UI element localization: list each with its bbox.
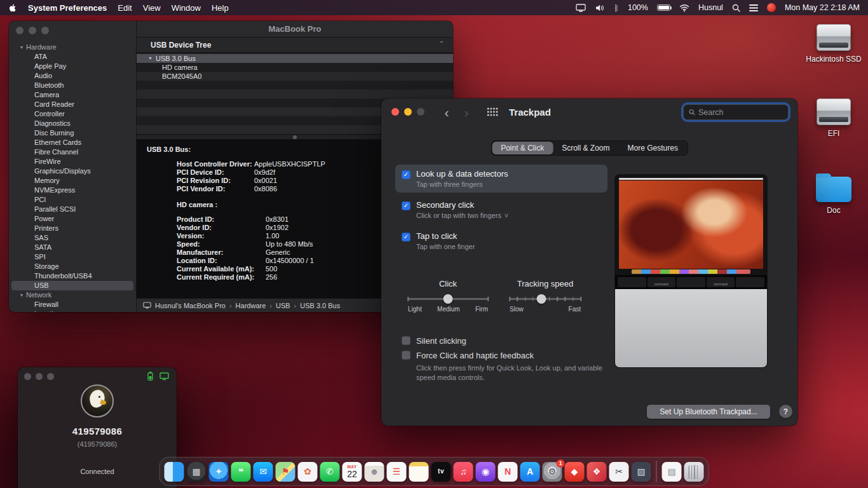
tree-row[interactable] [137,81,453,90]
tab-more-gestures[interactable]: More Gestures [619,142,687,154]
checkbox-silent-clicking[interactable]: Silent clicking [402,336,618,346]
user-menu-label[interactable]: Husnul [698,3,723,12]
slider-track[interactable] [408,294,488,304]
tab-point-and-click[interactable]: Point & Click [492,142,553,154]
app-menu-title[interactable]: System Preferences [28,3,107,13]
dock-contacts[interactable]: ☻ [365,462,384,482]
dock-podcasts[interactable]: ◉ [476,462,496,482]
dock-photos[interactable]: ✿ [298,462,318,482]
chevron-down-icon[interactable]: ˅ [505,212,508,219]
breadcrumb-segment[interactable]: ›USB 3.0 Bus [294,302,341,309]
sidebar-item[interactable]: Camera [9,90,136,100]
sidebar-item[interactable]: FireWire [9,157,136,166]
checkbox[interactable]: ✓ [402,201,410,210]
sidebar-item[interactable]: PCI [9,195,136,205]
battery-icon[interactable] [657,4,670,11]
forward-button[interactable]: › [462,105,471,119]
sidebar-item[interactable]: Ethernet Cards [9,138,136,147]
checkbox-force-click[interactable]: Force Click and haptic feedback Click th… [402,351,618,383]
search-field[interactable] [683,104,789,120]
close-button[interactable] [24,373,31,380]
sidebar-item[interactable]: Power [9,214,136,224]
dock-mail[interactable]: ✉ [254,462,273,482]
breadcrumb-segment[interactable]: ›Hardware [229,302,266,309]
back-button[interactable]: ‹ [442,105,451,119]
sidebar-item[interactable]: Graphics/Displays [9,166,136,176]
apple-menu[interactable] [8,3,17,13]
clock-label[interactable]: Mon May 22 2:18 AM [785,3,860,12]
bluetooth-menu-icon[interactable]: ᛒ [614,4,619,12]
zoom-button[interactable] [47,373,54,380]
spotlight-search-icon[interactable] [732,4,740,12]
dock-maps[interactable]: ⚑ [276,462,295,482]
menu-bar-item[interactable]: View [143,3,161,13]
tree-row-hd-camera[interactable]: HD camera [137,63,453,72]
sidebar-item[interactable]: Audio [9,71,136,81]
sidebar-item-usb[interactable]: USB [11,281,133,290]
sidebar-item[interactable]: SPI [9,252,136,262]
sidebar-item[interactable]: Storage [9,262,136,271]
menu-extras-icon[interactable] [749,4,758,11]
dock-trash[interactable] [684,462,704,482]
volume-menu-icon[interactable] [595,4,605,12]
sidebar-item[interactable]: Apple Pay [9,62,136,71]
desktop-icon-doc[interactable]: Doc [803,173,864,215]
checkbox[interactable] [402,336,410,345]
checkbox[interactable]: ✓ [402,233,410,241]
dock-facetime[interactable]: ✆ [320,462,340,482]
dock-messages[interactable]: ❝ [231,462,251,482]
slider-thumb[interactable] [444,294,453,304]
option-secondary-click[interactable]: ✓ Secondary click Click or tap with two … [395,196,607,224]
show-all-grid-icon[interactable] [487,107,498,116]
search-input[interactable] [698,108,783,117]
sidebar-item[interactable]: Controller [9,109,136,119]
sidebar-item[interactable]: ATA [9,52,136,62]
zoom-button[interactable] [41,27,49,34]
desktop-icon-efi[interactable]: EFI [803,98,864,139]
menu-bar-item[interactable]: Help [212,3,229,13]
close-button[interactable] [16,27,24,34]
sidebar-item[interactable]: Printers [9,224,136,233]
dock-utility[interactable]: ▨ [632,462,651,482]
sidebar-item[interactable]: Parallel SCSI [9,205,136,214]
close-button[interactable] [391,108,399,116]
option-look-up-data-detectors[interactable]: ✓ Look up & data detectors Tap with thre… [395,165,607,193]
slider-thumb[interactable] [537,294,546,304]
dock-safari[interactable]: ✦ [209,462,229,482]
disclosure-triangle-icon[interactable]: ▼ [148,54,153,63]
sidebar-section-network[interactable]: ▾ Network [9,290,136,300]
setup-bluetooth-trackpad-button[interactable]: Set Up Bluetooth Trackpad... [647,405,770,419]
sidebar-item[interactable]: Fibre Channel [9,147,136,157]
sidebar-item[interactable]: Memory [9,176,136,186]
dock-app-red[interactable]: ◆ [565,462,585,482]
dock-calendar[interactable]: MAY22 [342,462,362,482]
tree-row-usb-3-bus[interactable]: ▼ USB 3.0 Bus [137,54,453,63]
sidebar-item[interactable]: Bluetooth [9,81,136,90]
wifi-menu-icon[interactable] [679,4,689,12]
sidebar-section-hardware[interactable]: ▾ Hardware [9,43,136,52]
option-tap-to-click[interactable]: ✓ Tap to click Tap with one finger [395,227,607,255]
sidebar-item[interactable]: SATA [9,243,136,252]
dock-app-store[interactable]: A [520,462,540,482]
dock-tv[interactable]: tv [431,462,451,482]
breadcrumb-segment[interactable]: Husnul's MacBook Pro [155,302,226,309]
sidebar-item[interactable]: Card Reader [9,100,136,109]
tab-scroll-and-zoom[interactable]: Scroll & Zoom [553,142,618,154]
sidebar-item[interactable]: Disc Burning [9,128,136,138]
sidebar-item[interactable]: SAS [9,233,136,243]
dock-finder[interactable] [165,462,184,482]
sidebar-item[interactable]: NVMExpress [9,186,136,195]
desktop-icon-hackintosh-ssd[interactable]: Hackintosh SSD [803,24,864,64]
dock-news[interactable]: N [498,462,518,482]
tree-row[interactable] [137,90,453,98]
minimize-button[interactable] [29,27,36,34]
sidebar-item[interactable]: Locations [9,309,136,312]
anydesk-menu-icon[interactable] [767,3,776,12]
menu-bar-item[interactable]: Edit [118,3,132,13]
collapse-chevron-icon[interactable]: ˆ [440,40,443,50]
menu-bar-item[interactable]: Window [172,3,201,13]
sidebar-item[interactable]: Thunderbolt/USB4 [9,271,136,281]
breadcrumb-segment[interactable]: ›USB [269,302,290,309]
dock-app-crimson[interactable]: ❖ [587,462,607,482]
minimize-button[interactable] [404,108,412,116]
